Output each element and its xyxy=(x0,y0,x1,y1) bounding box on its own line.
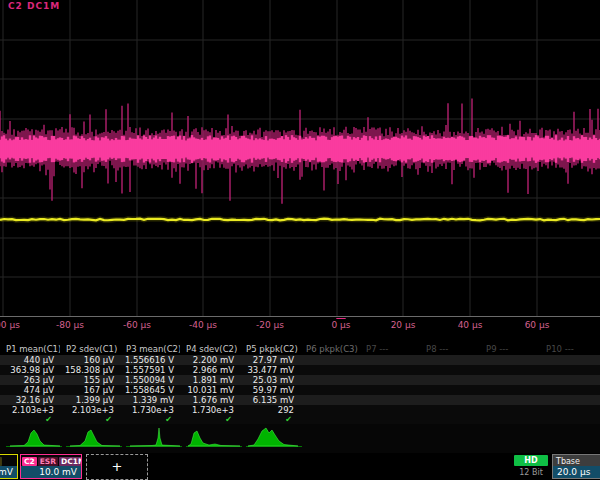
measure-cell: 33.477 mV xyxy=(240,365,300,375)
add-trace-button[interactable]: + xyxy=(86,454,148,480)
time-tick-label: -80 µs xyxy=(56,320,84,330)
measure-cell: 1.730e+3 xyxy=(120,405,180,415)
measure-cell: 167 µV xyxy=(60,385,120,395)
measure-cell: 292 xyxy=(240,405,300,415)
timebase-descriptor-box[interactable]: Tbase 20.0 µs xyxy=(552,454,600,479)
measure-cell: 363.98 µV xyxy=(0,365,60,375)
measure-cell xyxy=(360,405,420,415)
c1-trace xyxy=(0,219,600,221)
measure-cell xyxy=(540,365,600,375)
time-tick-label: -60 µs xyxy=(123,320,151,330)
waveform-plot[interactable]: C2 DC1M xyxy=(0,0,600,318)
measure-cell: 25.03 mV xyxy=(240,375,300,385)
time-tick-label: 40 µs xyxy=(458,320,483,330)
measure-cell: 32.16 µV xyxy=(0,395,60,405)
measure-cell xyxy=(360,365,420,375)
histicon-p5[interactable] xyxy=(244,425,304,451)
time-tick-label: 20 µs xyxy=(391,320,416,330)
descriptor-bar: C1 DC1M 10.0 mV C2 ESR DC1M 10.0 mV + HD… xyxy=(0,453,600,480)
measure-cell: 2.966 mV xyxy=(180,365,240,375)
time-tick-label: 0 µs xyxy=(331,320,350,330)
measure-cell: 27.97 mV xyxy=(240,355,300,365)
measure-header-p4[interactable]: P4 sdev(C2) xyxy=(180,344,240,355)
histicon-row xyxy=(0,424,600,453)
measure-cell: 1.399 µV xyxy=(60,395,120,405)
measure-header-p10: P10 --- xyxy=(540,344,600,355)
measure-cell xyxy=(360,385,420,395)
bit-depth-label: 12 Bit xyxy=(514,468,548,477)
c1-vdiv-value: 10.0 mV xyxy=(0,466,17,478)
measure-cell: 59.97 mV xyxy=(240,385,300,395)
time-tick-label: 60 µs xyxy=(525,320,550,330)
measure-table: P1 mean(C1)P2 sdev(C1)P3 mean(C2)P4 sdev… xyxy=(0,336,600,425)
time-tick-label: -40 µs xyxy=(189,320,217,330)
measure-cell: 1.730e+3 xyxy=(180,405,240,415)
measure-cell: 2.103e+3 xyxy=(60,405,120,415)
c2-descriptor-box[interactable]: C2 ESR DC1M 10.0 mV xyxy=(20,454,82,479)
measure-cell xyxy=(540,375,600,385)
histicon-p1[interactable] xyxy=(4,425,64,451)
measure-cell xyxy=(300,385,360,395)
measure-header-p6[interactable]: P6 pkpk(C3) xyxy=(300,344,360,355)
measure-header-p8: P8 --- xyxy=(420,344,480,355)
histicon-p2[interactable] xyxy=(64,425,124,451)
measure-cell xyxy=(420,395,480,405)
measure-cell: 2.200 mV xyxy=(180,355,240,365)
measure-cell xyxy=(420,385,480,395)
grid-svg xyxy=(0,0,600,318)
measure-cell xyxy=(300,375,360,385)
measure-header-p2[interactable]: P2 sdev(C1) xyxy=(60,344,120,355)
measure-cell: 6.135 mV xyxy=(240,395,300,405)
measure-cell: 1.676 mV xyxy=(180,395,240,405)
timebase-label: Tbase xyxy=(553,455,600,466)
c2-esr-badge: ESR xyxy=(38,457,58,466)
measure-cell: 263 µV xyxy=(0,375,60,385)
measure-cell xyxy=(480,375,540,385)
measure-cell xyxy=(540,405,600,415)
oscilloscope-screen: C2 DC1M -100 µs-80 µs-60 µs-40 µs-20 µs0… xyxy=(0,0,600,480)
measure-cell xyxy=(540,355,600,365)
measure-cell xyxy=(420,375,480,385)
trigger-position-icon[interactable] xyxy=(336,318,346,319)
measure-header-p5[interactable]: P5 pkpk(C2) xyxy=(240,344,300,355)
measure-cell xyxy=(420,355,480,365)
measure-cell: 10.031 mV xyxy=(180,385,240,395)
measure-cell: 440 µV xyxy=(0,355,60,365)
measure-cell xyxy=(360,375,420,385)
measure-cell xyxy=(360,395,420,405)
c2-trace xyxy=(0,98,600,203)
time-axis: -100 µs-80 µs-60 µs-40 µs-20 µs0 µs20 µs… xyxy=(0,318,600,336)
measure-cell xyxy=(480,365,540,375)
histicon-p4[interactable] xyxy=(184,425,244,451)
measure-cell xyxy=(540,385,600,395)
histicon-p3[interactable] xyxy=(124,425,184,451)
measure-cell xyxy=(300,405,360,415)
measure-cell: 1.557591 V xyxy=(120,365,180,375)
measure-cell: 155 µV xyxy=(60,375,120,385)
c2-channel-chip: C2 xyxy=(22,457,37,466)
timebase-value: 20.0 µs xyxy=(553,466,600,478)
measure-cell xyxy=(480,405,540,415)
measure-cell xyxy=(300,395,360,405)
measure-header-p1[interactable]: P1 mean(C1) xyxy=(0,344,60,355)
hd-mode-badge[interactable]: HD xyxy=(514,455,548,466)
c1-coupling-badge: DC1M xyxy=(0,457,2,466)
measure-cell: 158.308 µV xyxy=(60,365,120,375)
c1-descriptor-box[interactable]: C1 DC1M 10.0 mV xyxy=(0,454,18,479)
measure-cell xyxy=(480,395,540,405)
time-tick-label: -20 µs xyxy=(256,320,284,330)
measure-cell xyxy=(420,405,480,415)
measure-cell: 474 µV xyxy=(0,385,60,395)
measure-cell xyxy=(420,365,480,375)
measure-cell xyxy=(480,385,540,395)
trace-annotation: C2 DC1M xyxy=(8,1,60,11)
measure-cell xyxy=(300,355,360,365)
measure-cell xyxy=(480,355,540,365)
measure-header-p3[interactable]: P3 mean(C2) xyxy=(120,344,180,355)
plus-icon: + xyxy=(112,459,123,474)
measure-cell xyxy=(540,395,600,405)
measure-cell: 2.103e+3 xyxy=(0,405,60,415)
measure-cell: 1.339 mV xyxy=(120,395,180,405)
time-tick-label: -100 µs xyxy=(0,320,20,330)
measure-header-p7: P7 --- xyxy=(360,344,420,355)
